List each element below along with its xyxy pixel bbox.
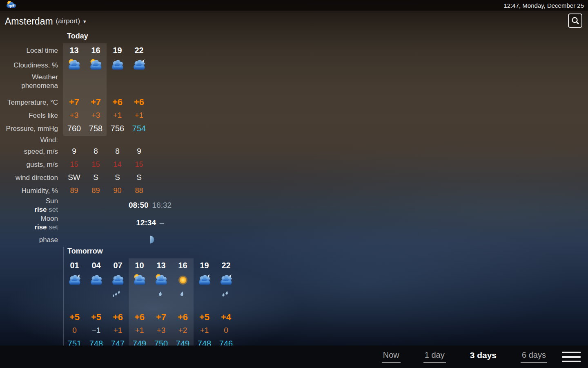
weather-icon-suncloud xyxy=(63,57,85,73)
wind-row-spacer xyxy=(128,135,150,145)
wind-gusts-value: 15 xyxy=(128,158,150,171)
label-sun-rise-set: Sunrise set xyxy=(0,197,63,213)
phenomena-cell xyxy=(85,73,107,96)
row-labels: Local time Cloudiness, % Weatherphenomen… xyxy=(0,32,63,247)
phenomena-cell xyxy=(107,288,129,311)
day-header: Today xyxy=(63,32,237,43)
weather-icon-sun xyxy=(172,272,194,288)
search-icon xyxy=(571,16,580,25)
wind-gusts-value: 15 xyxy=(63,158,85,171)
label-moon-phase: phase xyxy=(0,232,63,247)
weather-icon-nightcloud xyxy=(194,272,215,288)
feels-like-value: −1 xyxy=(85,324,107,337)
temperature-value: +5 xyxy=(85,311,107,324)
label-pressure: Pressure, mmHg xyxy=(0,122,63,135)
phenomena-cell xyxy=(64,288,85,311)
pressure-value: 756 xyxy=(107,122,128,135)
sunset-time: 16:32 xyxy=(152,201,172,210)
pressure-value: 758 xyxy=(85,122,107,135)
location-subtitle[interactable]: (airport) xyxy=(56,17,80,25)
label-wind-gusts: gusts, m/s xyxy=(0,158,63,171)
feels-like-value: +1 xyxy=(107,324,129,337)
temperature-value: +6 xyxy=(128,96,150,109)
feels-like-value: 0 xyxy=(64,324,85,337)
wind-row-spacer xyxy=(63,135,85,145)
humidity-value: 88 xyxy=(128,184,150,197)
day-group-today: Today 13 +7 +3 760 9 15 SW 89 16 +7 +3 7… xyxy=(63,32,237,247)
temperature-value: +4 xyxy=(215,311,237,324)
astro-block: 08:5016:32 12:34– xyxy=(63,197,237,247)
local-time-value: 04 xyxy=(85,258,107,272)
feels-like-value: +3 xyxy=(63,109,85,122)
label-wind-direction: wind direction xyxy=(0,171,63,184)
search-button[interactable] xyxy=(568,13,582,28)
label-moon-rise-set: Moonrise set xyxy=(0,213,63,232)
wind-speed-value: 8 xyxy=(107,145,128,158)
local-time-value: 22 xyxy=(128,43,150,57)
wind-direction-value: S xyxy=(128,171,150,184)
chevron-down-icon[interactable]: ▾ xyxy=(83,18,86,25)
weather-icon-suncloud xyxy=(129,272,150,288)
weather-icon-nightcloud xyxy=(128,57,150,73)
forecast-column[interactable]: 19 +6 +1 756 8 14 S 90 xyxy=(107,43,128,197)
hamburger-menu-icon[interactable] xyxy=(562,350,581,364)
local-time-value: 16 xyxy=(172,258,194,272)
feels-like-value: +2 xyxy=(172,324,194,337)
phenomena-cell xyxy=(85,288,107,311)
phenomena-cell xyxy=(215,288,237,311)
location-title[interactable]: Amsterdam xyxy=(5,16,53,27)
phenomena-cell xyxy=(128,73,150,96)
feels-like-value: +1 xyxy=(128,109,150,122)
forecast-column[interactable]: 22 +6 +1 754 9 15 S 88 xyxy=(128,43,150,197)
app-logo-icon: rp5 xyxy=(5,0,17,11)
nav-tab-1-day[interactable]: 1 day xyxy=(423,350,446,363)
bottom-nav-bar: Now1 day3 days6 days xyxy=(0,346,588,368)
feels-like-value: +1 xyxy=(129,324,150,337)
humidity-value: 89 xyxy=(85,184,107,197)
moonset-time: – xyxy=(160,218,164,227)
label-wind: Wind: xyxy=(0,135,63,145)
label-cloudiness: Cloudiness, % xyxy=(0,57,63,73)
feels-like-value: +3 xyxy=(85,109,107,122)
local-time-value: 19 xyxy=(107,43,128,57)
forecast-column[interactable]: 13 +7 +3 760 9 15 SW 89 xyxy=(63,43,85,197)
label-feels-like: Feels like xyxy=(0,109,63,122)
feels-like-value: +1 xyxy=(107,109,128,122)
local-time-value: 16 xyxy=(85,43,107,57)
label-wind-speed: speed, m/s xyxy=(0,145,63,158)
local-time-value: 13 xyxy=(150,258,172,272)
sunrise-time: 08:50 xyxy=(129,201,149,210)
temperature-value: +6 xyxy=(129,311,150,324)
wind-row-spacer xyxy=(85,135,107,145)
logo-text: rp5 xyxy=(9,4,14,8)
wind-direction-value: S xyxy=(107,171,128,184)
phenomena-cell xyxy=(63,73,85,96)
phenomena-cell xyxy=(107,73,128,96)
temperature-value: +5 xyxy=(194,311,215,324)
forecast-column[interactable]: 16 +7 +3 758 8 15 S 89 xyxy=(85,43,107,197)
title-bar: Amsterdam (airport) ▾ xyxy=(0,11,588,32)
nav-tab-6-days[interactable]: 6 days xyxy=(521,350,547,363)
day-groups: Today 13 +7 +3 760 9 15 SW 89 16 +7 +3 7… xyxy=(63,32,237,368)
moon-phase-icon xyxy=(63,232,237,247)
phenomena-cell xyxy=(172,288,194,311)
local-time-value: 10 xyxy=(129,258,150,272)
phenomena-cell xyxy=(150,288,172,311)
label-temperature: Temperature, °C xyxy=(0,96,63,109)
wind-direction-value: S xyxy=(85,171,107,184)
label-local-time: Local time xyxy=(0,43,63,57)
weather-icon-nightcloud xyxy=(215,272,237,288)
nav-tab-3-days[interactable]: 3 days xyxy=(469,350,498,364)
wind-speed-value: 9 xyxy=(63,145,85,158)
phenomena-cell xyxy=(129,288,150,311)
feels-like-value: 0 xyxy=(215,324,237,337)
range-tabs: Now1 day3 days6 days xyxy=(359,350,547,364)
local-time-value: 07 xyxy=(107,258,129,272)
wind-gusts-value: 15 xyxy=(85,158,107,171)
temperature-value: +6 xyxy=(107,311,129,324)
weather-icon-nightcloud xyxy=(64,272,85,288)
nav-tab-now[interactable]: Now xyxy=(382,350,401,363)
label-weather-phenomena: Weatherphenomena xyxy=(0,73,63,96)
local-time-value: 01 xyxy=(64,258,85,272)
wind-speed-value: 9 xyxy=(128,145,150,158)
